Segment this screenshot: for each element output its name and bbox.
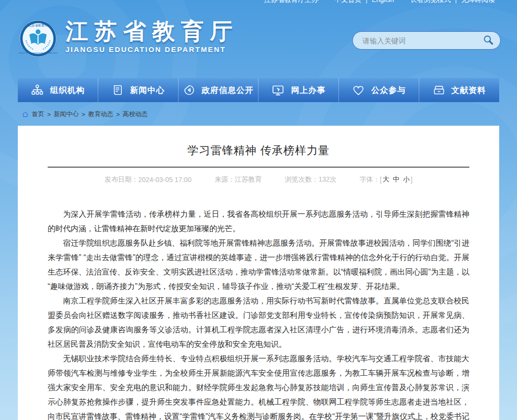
nav-label: 公众参与 <box>371 85 406 96</box>
breadcrumb-item-home[interactable]: 首页 <box>32 110 44 118</box>
nav-label: 网上办事 <box>291 85 325 96</box>
font-size-large-button[interactable]: 大 <box>383 175 389 184</box>
font-size-bracket-close: ] <box>411 176 413 184</box>
heart-icon <box>352 84 365 97</box>
breadcrumb-separator: > <box>47 111 51 118</box>
breadcrumb-item-university-news[interactable]: 高校动态 <box>123 110 148 118</box>
site-title: 江苏省教育厅 <box>65 18 239 45</box>
publish-date-label: 发布日期： <box>104 175 138 184</box>
org-chart-icon <box>31 84 44 97</box>
views-value: 132次 <box>319 175 336 184</box>
views-label: 浏览次数： <box>285 175 319 184</box>
article-paragraph: 为深入开展学雷锋活动，传承榜样力量，近日，我省各高校组织开展一系列志愿服务活动，… <box>48 207 469 236</box>
breadcrumb-item-news-center[interactable]: 新闻中心 <box>54 110 79 118</box>
breadcrumb: 首页> 新闻中心> 教育动态> 高校动态 <box>18 109 499 119</box>
nav-item-online-services[interactable]: 网上办事 <box>258 78 339 102</box>
article-paragraph: 宿迁学院组织志愿服务队赴乡镇、福利院等地开展雷锋精神志愿服务活动。开展雷锋故事进… <box>48 236 469 294</box>
site-logo[interactable]: 江苏省教育厅 Jiangsu Provincial Department of … <box>18 19 58 58</box>
article-paragraph: 无锡职业技术学院结合师生特长、专业特点积极组织开展一系列志愿服务活动。学校汽车与… <box>48 352 469 420</box>
main-nav: 组织机构 新闻中心 政府信息公开 <box>18 78 499 102</box>
top-utility-bar: 江苏省教育厅主办 中文首页 | English 长者浏览模式 | 无障碍阅读 <box>0 0 517 6</box>
nav-label: 文献资料 <box>452 85 486 96</box>
source-label: 来源： <box>215 175 235 184</box>
news-document-icon <box>111 84 124 96</box>
host-link[interactable]: 江苏省教育厅主办 <box>264 0 318 4</box>
font-size-bracket-open: [ <box>380 176 382 184</box>
search-input[interactable] <box>362 37 482 45</box>
article-paragraph: 南京工程学院师生深入社区开展丰富多彩的志愿服务活动，用实际行动书写新时代雷锋故事… <box>48 294 469 352</box>
publish-date-value: 2024-03-05 17:00 <box>138 176 192 184</box>
info-disclosure-icon <box>183 84 195 96</box>
site-header: 江苏省教育厅 Jiangsu Provincial Department of … <box>0 6 517 78</box>
font-size-medium-button[interactable]: 中 <box>393 175 400 184</box>
source-value: 江苏教育 <box>235 175 262 184</box>
nav-item-public-participation[interactable]: 公众参与 <box>339 78 419 102</box>
topbar-separator: | <box>455 0 457 4</box>
breadcrumb-separator: > <box>116 111 120 118</box>
jiangsu-education-emblem-icon: 江苏省教育厅 Jiangsu Provincial Department of … <box>18 52 58 60</box>
svg-text:Jiangsu Provincial Department: Jiangsu Provincial Department of Educati… <box>18 52 58 54</box>
article-title: 学习雷锋精神 传承榜样力量 <box>48 143 469 158</box>
archive-icon <box>433 84 445 96</box>
breadcrumb-item-education-news[interactable]: 教育动态 <box>88 110 113 118</box>
article-body: 为深入开展学雷锋活动，传承榜样力量，近日，我省各高校组织开展一系列志愿服务活动，… <box>48 207 469 420</box>
title-divider <box>48 167 469 168</box>
nav-item-organization[interactable]: 组织机构 <box>18 78 98 102</box>
site-brand[interactable]: 江苏省教育厅 JIANGSU EDUCATION DEPARTMENT <box>65 18 239 53</box>
elder-mode-link[interactable]: 长者浏览模式 <box>410 0 451 4</box>
nav-label: 新闻中心 <box>130 85 165 96</box>
search-box <box>352 31 501 50</box>
topbar-separator: | <box>366 0 368 4</box>
font-size-label: 字体： <box>360 175 380 184</box>
online-services-monitor-icon <box>271 84 284 97</box>
page: 江苏省教育厅主办 中文首页 | English 长者浏览模式 | 无障碍阅读 <box>0 0 517 420</box>
nav-label: 组织机构 <box>50 85 85 96</box>
article-card: 学习雷锋精神 传承榜样力量 发布日期： 2024-03-05 17:00 来源：… <box>18 126 499 420</box>
english-link[interactable]: English <box>372 0 394 4</box>
home-icon <box>22 111 29 118</box>
svg-text:江苏省教育厅: 江苏省教育厅 <box>29 24 48 27</box>
site-subtitle: JIANGSU EDUCATION DEPARTMENT <box>65 45 239 53</box>
font-size-small-button[interactable]: 小 <box>403 175 410 184</box>
search-button[interactable] <box>482 34 494 48</box>
article-meta: 发布日期： 2024-03-05 17:00 来源： 江苏教育 浏览次数： 13… <box>48 175 469 184</box>
nav-item-news-center[interactable]: 新闻中心 <box>98 78 179 102</box>
search-icon <box>482 34 494 48</box>
chinese-home-link[interactable]: 中文首页 <box>335 0 362 4</box>
nav-label: 政府信息公开 <box>202 85 254 96</box>
nav-item-gov-info-disclosure[interactable]: 政府信息公开 <box>179 78 259 102</box>
accessibility-link[interactable]: 无障碍阅读 <box>461 0 495 4</box>
breadcrumb-separator: > <box>82 111 86 118</box>
nav-item-documents[interactable]: 文献资料 <box>419 78 499 102</box>
